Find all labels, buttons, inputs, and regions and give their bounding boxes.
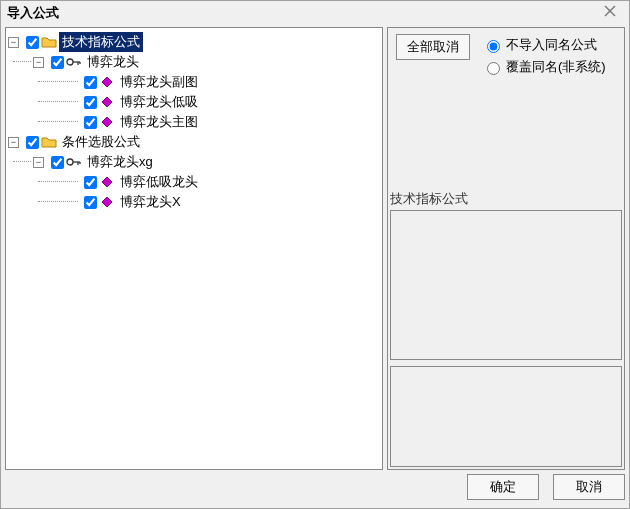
bottom-bar: 确定 取消 — [5, 474, 625, 504]
formula-icon — [99, 74, 115, 90]
tree-node-formula[interactable]: 博弈低吸龙头 — [8, 172, 380, 192]
current-category-label: 技术指标公式 — [390, 190, 468, 208]
key-icon — [66, 54, 82, 70]
collapse-icon[interactable]: − — [33, 157, 44, 168]
titlebar: 导入公式 — [1, 1, 629, 25]
import-mode-radios: 不导入同名公式 覆盖同名(非系统) — [482, 34, 606, 78]
tree-label[interactable]: 技术指标公式 — [59, 32, 143, 52]
close-button[interactable] — [593, 1, 627, 23]
close-icon — [604, 5, 616, 17]
tree-checkbox[interactable] — [51, 56, 64, 69]
folder-icon — [41, 34, 57, 50]
tree-node-category[interactable]: − 技术指标公式 — [8, 32, 380, 52]
collapse-icon[interactable]: − — [8, 37, 19, 48]
tree-checkbox[interactable] — [84, 196, 97, 209]
source-box — [390, 366, 622, 467]
svg-marker-7 — [102, 97, 112, 107]
tree-node-category[interactable]: − 条件选股公式 — [8, 132, 380, 152]
tree-label[interactable]: 博弈低吸龙头 — [117, 172, 201, 192]
tree-node-group[interactable]: − 博弈龙头xg — [8, 152, 380, 172]
tree-node-group[interactable]: − 博弈龙头 — [8, 52, 380, 72]
collapse-icon[interactable]: − — [33, 57, 44, 68]
tree-node-formula[interactable]: 博弈龙头低吸 — [8, 92, 380, 112]
tree-label[interactable]: 博弈龙头X — [117, 192, 184, 212]
svg-marker-14 — [102, 197, 112, 207]
formula-icon — [99, 194, 115, 210]
formula-icon — [99, 174, 115, 190]
tree-checkbox[interactable] — [26, 136, 39, 149]
svg-point-2 — [67, 59, 73, 65]
collapse-icon[interactable]: − — [8, 137, 19, 148]
tree-checkbox[interactable] — [84, 176, 97, 189]
tree-node-formula[interactable]: 博弈龙头副图 — [8, 72, 380, 92]
svg-marker-8 — [102, 117, 112, 127]
tree-label[interactable]: 博弈龙头主图 — [117, 112, 201, 132]
radio-label: 覆盖同名(非系统) — [506, 58, 606, 76]
tree-node-formula[interactable]: 博弈龙头主图 — [8, 112, 380, 132]
window-title: 导入公式 — [7, 5, 59, 20]
formula-icon — [99, 114, 115, 130]
radio-skip-same-name[interactable] — [487, 40, 500, 53]
import-formula-dialog: 导入公式 − 技术指标公式 − 博 — [0, 0, 630, 509]
tree-checkbox[interactable] — [51, 156, 64, 169]
tree-checkbox[interactable] — [84, 76, 97, 89]
radio-overwrite-same-name[interactable] — [487, 62, 500, 75]
ok-button[interactable]: 确定 — [467, 474, 539, 500]
key-icon — [66, 154, 82, 170]
tree-label[interactable]: 博弈龙头副图 — [117, 72, 201, 92]
tree-label[interactable]: 博弈龙头xg — [84, 152, 156, 172]
tree-checkbox[interactable] — [84, 116, 97, 129]
folder-icon — [41, 134, 57, 150]
side-panel: 全部取消 不导入同名公式 覆盖同名(非系统) 技术指标公式 — [387, 27, 625, 470]
content-area: − 技术指标公式 − 博弈龙头 博弈龙头副图 — [5, 27, 625, 470]
tree-node-formula[interactable]: 博弈龙头X — [8, 192, 380, 212]
tree-label[interactable]: 博弈龙头低吸 — [117, 92, 201, 112]
deselect-all-button[interactable]: 全部取消 — [396, 34, 470, 60]
tree-label[interactable]: 条件选股公式 — [59, 132, 143, 152]
tree-checkbox[interactable] — [84, 96, 97, 109]
tree-checkbox[interactable] — [26, 36, 39, 49]
description-box — [390, 210, 622, 360]
svg-point-9 — [67, 159, 73, 165]
formula-tree[interactable]: − 技术指标公式 − 博弈龙头 博弈龙头副图 — [5, 27, 383, 470]
tree-label[interactable]: 博弈龙头 — [84, 52, 142, 72]
formula-icon — [99, 94, 115, 110]
svg-marker-6 — [102, 77, 112, 87]
cancel-button[interactable]: 取消 — [553, 474, 625, 500]
svg-marker-13 — [102, 177, 112, 187]
radio-label: 不导入同名公式 — [506, 36, 597, 54]
